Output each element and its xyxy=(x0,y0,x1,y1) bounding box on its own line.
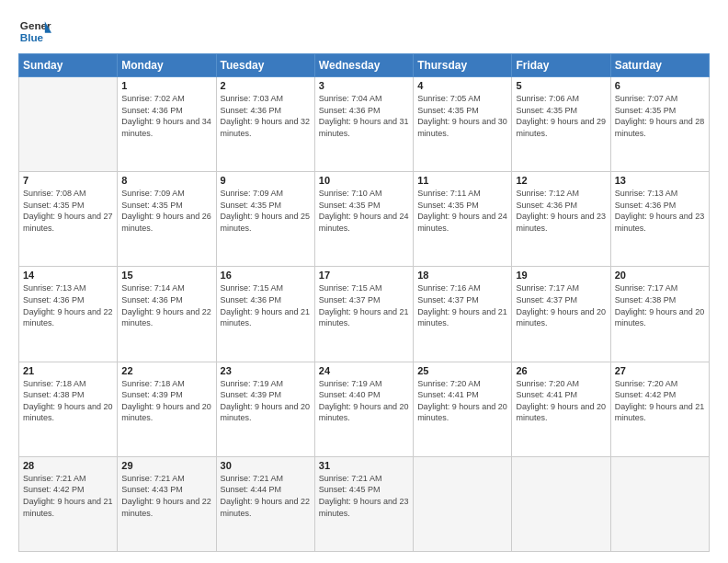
calendar-week-1: 7Sunrise: 7:08 AMSunset: 4:35 PMDaylight… xyxy=(19,172,710,267)
day-info: Sunrise: 7:15 AMSunset: 4:37 PMDaylight:… xyxy=(319,282,409,328)
calendar-cell xyxy=(512,456,610,551)
calendar-cell: 23Sunrise: 7:19 AMSunset: 4:39 PMDayligh… xyxy=(216,362,314,456)
day-number: 7 xyxy=(23,175,113,186)
day-info: Sunrise: 7:21 AMSunset: 4:42 PMDaylight:… xyxy=(23,473,113,519)
calendar-cell: 28Sunrise: 7:21 AMSunset: 4:42 PMDayligh… xyxy=(19,456,118,551)
calendar-cell: 3Sunrise: 7:04 AMSunset: 4:36 PMDaylight… xyxy=(314,77,413,172)
day-number: 1 xyxy=(121,80,211,91)
day-number: 8 xyxy=(121,175,211,186)
day-info: Sunrise: 7:21 AMSunset: 4:43 PMDaylight:… xyxy=(121,473,211,519)
col-header-monday: Monday xyxy=(118,54,216,77)
day-number: 13 xyxy=(615,175,705,186)
calendar-cell: 15Sunrise: 7:14 AMSunset: 4:36 PMDayligh… xyxy=(118,267,216,362)
day-number: 16 xyxy=(221,270,311,281)
day-number: 2 xyxy=(221,80,311,91)
day-number: 28 xyxy=(23,460,113,471)
calendar-cell: 19Sunrise: 7:17 AMSunset: 4:37 PMDayligh… xyxy=(512,267,610,362)
col-header-sunday: Sunday xyxy=(19,54,118,77)
day-number: 9 xyxy=(221,175,311,186)
col-header-wednesday: Wednesday xyxy=(314,54,413,77)
calendar-cell: 29Sunrise: 7:21 AMSunset: 4:43 PMDayligh… xyxy=(118,456,216,551)
calendar-cell: 2Sunrise: 7:03 AMSunset: 4:36 PMDaylight… xyxy=(216,77,314,172)
calendar-cell: 25Sunrise: 7:20 AMSunset: 4:41 PMDayligh… xyxy=(414,362,512,456)
day-info: Sunrise: 7:02 AMSunset: 4:36 PMDaylight:… xyxy=(121,93,211,139)
day-number: 29 xyxy=(121,460,211,471)
day-info: Sunrise: 7:19 AMSunset: 4:40 PMDaylight:… xyxy=(319,378,409,424)
day-info: Sunrise: 7:04 AMSunset: 4:36 PMDaylight:… xyxy=(319,93,409,139)
header: General Blue xyxy=(18,15,710,48)
col-header-tuesday: Tuesday xyxy=(216,54,314,77)
calendar-week-3: 21Sunrise: 7:18 AMSunset: 4:38 PMDayligh… xyxy=(19,362,710,456)
day-info: Sunrise: 7:16 AMSunset: 4:37 PMDaylight:… xyxy=(417,282,507,328)
day-number: 3 xyxy=(319,80,409,91)
day-info: Sunrise: 7:06 AMSunset: 4:35 PMDaylight:… xyxy=(516,93,606,139)
calendar-cell: 26Sunrise: 7:20 AMSunset: 4:41 PMDayligh… xyxy=(512,362,610,456)
day-info: Sunrise: 7:05 AMSunset: 4:35 PMDaylight:… xyxy=(417,93,507,139)
day-number: 21 xyxy=(23,365,113,376)
day-number: 17 xyxy=(319,270,409,281)
calendar-cell: 9Sunrise: 7:09 AMSunset: 4:35 PMDaylight… xyxy=(216,172,314,267)
calendar-cell: 5Sunrise: 7:06 AMSunset: 4:35 PMDaylight… xyxy=(512,77,610,172)
calendar-cell xyxy=(414,456,512,551)
calendar-cell: 10Sunrise: 7:10 AMSunset: 4:35 PMDayligh… xyxy=(314,172,413,267)
day-number: 18 xyxy=(417,270,507,281)
calendar-week-0: 1Sunrise: 7:02 AMSunset: 4:36 PMDaylight… xyxy=(19,77,710,172)
day-number: 15 xyxy=(121,270,211,281)
day-info: Sunrise: 7:11 AMSunset: 4:35 PMDaylight:… xyxy=(417,188,507,234)
calendar-cell: 21Sunrise: 7:18 AMSunset: 4:38 PMDayligh… xyxy=(19,362,118,456)
day-number: 27 xyxy=(615,365,705,376)
day-number: 26 xyxy=(516,365,606,376)
logo: General Blue xyxy=(18,15,55,48)
calendar-cell: 1Sunrise: 7:02 AMSunset: 4:36 PMDaylight… xyxy=(118,77,216,172)
calendar-cell: 16Sunrise: 7:15 AMSunset: 4:36 PMDayligh… xyxy=(216,267,314,362)
day-info: Sunrise: 7:20 AMSunset: 4:41 PMDaylight:… xyxy=(417,378,507,424)
day-info: Sunrise: 7:18 AMSunset: 4:39 PMDaylight:… xyxy=(121,378,211,424)
day-info: Sunrise: 7:09 AMSunset: 4:35 PMDaylight:… xyxy=(221,188,311,234)
day-info: Sunrise: 7:03 AMSunset: 4:36 PMDaylight:… xyxy=(221,93,311,139)
day-info: Sunrise: 7:17 AMSunset: 4:38 PMDaylight:… xyxy=(615,282,705,328)
day-info: Sunrise: 7:17 AMSunset: 4:37 PMDaylight:… xyxy=(516,282,606,328)
calendar-cell: 7Sunrise: 7:08 AMSunset: 4:35 PMDaylight… xyxy=(19,172,118,267)
day-number: 24 xyxy=(319,365,409,376)
day-number: 20 xyxy=(615,270,705,281)
col-header-thursday: Thursday xyxy=(414,54,512,77)
calendar-cell: 27Sunrise: 7:20 AMSunset: 4:42 PMDayligh… xyxy=(610,362,709,456)
day-number: 30 xyxy=(221,460,311,471)
calendar-week-2: 14Sunrise: 7:13 AMSunset: 4:36 PMDayligh… xyxy=(19,267,710,362)
day-number: 11 xyxy=(417,175,507,186)
day-info: Sunrise: 7:18 AMSunset: 4:38 PMDaylight:… xyxy=(23,378,113,424)
calendar-cell: 30Sunrise: 7:21 AMSunset: 4:44 PMDayligh… xyxy=(216,456,314,551)
day-info: Sunrise: 7:21 AMSunset: 4:44 PMDaylight:… xyxy=(221,473,311,519)
day-info: Sunrise: 7:13 AMSunset: 4:36 PMDaylight:… xyxy=(615,188,705,234)
day-number: 23 xyxy=(221,365,311,376)
col-header-saturday: Saturday xyxy=(610,54,709,77)
day-info: Sunrise: 7:19 AMSunset: 4:39 PMDaylight:… xyxy=(221,378,311,424)
day-number: 10 xyxy=(319,175,409,186)
col-header-friday: Friday xyxy=(512,54,610,77)
day-info: Sunrise: 7:08 AMSunset: 4:35 PMDaylight:… xyxy=(23,188,113,234)
day-number: 6 xyxy=(615,80,705,91)
calendar-header-row: SundayMondayTuesdayWednesdayThursdayFrid… xyxy=(19,54,710,77)
day-number: 25 xyxy=(417,365,507,376)
calendar-cell: 14Sunrise: 7:13 AMSunset: 4:36 PMDayligh… xyxy=(19,267,118,362)
calendar-cell: 12Sunrise: 7:12 AMSunset: 4:36 PMDayligh… xyxy=(512,172,610,267)
day-number: 4 xyxy=(417,80,507,91)
page: General Blue SundayMondayTuesdayWednesda… xyxy=(0,0,728,563)
day-number: 14 xyxy=(23,270,113,281)
day-info: Sunrise: 7:10 AMSunset: 4:35 PMDaylight:… xyxy=(319,188,409,234)
calendar-cell: 18Sunrise: 7:16 AMSunset: 4:37 PMDayligh… xyxy=(414,267,512,362)
day-number: 5 xyxy=(516,80,606,91)
calendar-cell: 8Sunrise: 7:09 AMSunset: 4:35 PMDaylight… xyxy=(118,172,216,267)
calendar-cell: 20Sunrise: 7:17 AMSunset: 4:38 PMDayligh… xyxy=(610,267,709,362)
calendar-cell: 24Sunrise: 7:19 AMSunset: 4:40 PMDayligh… xyxy=(314,362,413,456)
day-number: 19 xyxy=(516,270,606,281)
day-info: Sunrise: 7:21 AMSunset: 4:45 PMDaylight:… xyxy=(319,473,409,519)
logo-icon: General Blue xyxy=(18,15,51,48)
calendar-table: SundayMondayTuesdayWednesdayThursdayFrid… xyxy=(18,53,710,552)
day-info: Sunrise: 7:09 AMSunset: 4:35 PMDaylight:… xyxy=(121,188,211,234)
day-number: 22 xyxy=(121,365,211,376)
day-number: 12 xyxy=(516,175,606,186)
calendar-cell: 17Sunrise: 7:15 AMSunset: 4:37 PMDayligh… xyxy=(314,267,413,362)
calendar-cell: 22Sunrise: 7:18 AMSunset: 4:39 PMDayligh… xyxy=(118,362,216,456)
day-info: Sunrise: 7:14 AMSunset: 4:36 PMDaylight:… xyxy=(121,282,211,328)
